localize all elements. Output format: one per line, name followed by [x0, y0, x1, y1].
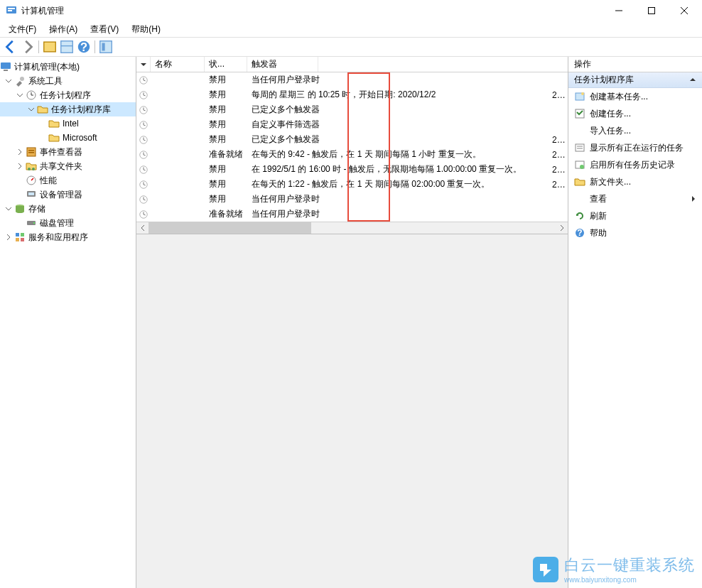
clock-icon: [136, 180, 151, 190]
tree-root[interactable]: 计算机管理(本地): [0, 60, 136, 74]
tree-intel[interactable]: Intel: [0, 116, 136, 131]
maximize-button[interactable]: [635, 0, 668, 21]
tree-microsoft[interactable]: Microsoft: [0, 131, 136, 145]
help-icon: ?: [574, 227, 585, 239]
tree-event-viewer[interactable]: 事件查看器: [0, 145, 136, 159]
folder-icon: [48, 118, 60, 129]
action-new-folder[interactable]: 新文件夹...: [568, 173, 702, 190]
folder-icon: [37, 104, 48, 115]
svg-point-66: [581, 92, 584, 95]
wizard-icon: [574, 91, 585, 102]
task-trigger: 在每天的 1:22 - 触发后，在 1 天 期间每隔 02:00:00 重复一次…: [247, 178, 548, 190]
action-help[interactable]: ? 帮助: [568, 224, 702, 241]
collapse-icon[interactable]: [3, 203, 14, 214]
svg-point-24: [32, 168, 35, 170]
svg-rect-31: [16, 233, 19, 236]
action-create-basic[interactable]: 创建基本任务...: [568, 88, 702, 105]
task-trigger: 在 1992/5/1 的 16:00 时 - 触发后，无限期地每隔 1.00:0…: [247, 163, 548, 175]
tree-disk-mgmt[interactable]: 磁盘管理: [0, 216, 136, 230]
column-status[interactable]: 状...: [205, 57, 247, 72]
task-row[interactable]: 禁用在每天的 1:22 - 触发后，在 1 天 期间每隔 02:00:00 重复…: [136, 177, 568, 192]
tools-icon: [14, 75, 26, 87]
navigation-tree[interactable]: 计算机管理(本地) 系统工具 任务计划程序 任务计划程序库 Intel Micr…: [0, 57, 136, 588]
task-list[interactable]: 禁用当任何用户登录时禁用每周的 星期三 的 10:25 时，开始日期: 2020…: [136, 72, 568, 222]
expand-icon[interactable]: [14, 146, 26, 158]
tree-services-apps[interactable]: 服务和应用程序: [0, 230, 136, 244]
toolbar-btn-3[interactable]: [98, 39, 114, 55]
section-label: 任务计划程序库: [574, 74, 634, 86]
computer-icon: [0, 61, 11, 72]
blank-icon: [574, 125, 585, 136]
task-row[interactable]: 禁用在 1992/5/1 的 16:00 时 - 触发后，无限期地每隔 1.00…: [136, 162, 568, 177]
back-button[interactable]: [3, 39, 18, 55]
task-trigger: 在每天的 9:42 - 触发后，在 1 天 期间每隔 1 小时 重复一次。: [247, 148, 548, 160]
tree-device-manager[interactable]: 设备管理器: [0, 187, 136, 202]
action-enable-history[interactable]: 启用所有任务历史记录: [568, 156, 702, 173]
action-import[interactable]: 导入任务...: [568, 122, 702, 139]
watermark-url: www.baiyunxitong.com: [564, 576, 695, 584]
action-refresh[interactable]: 刷新: [568, 207, 702, 224]
menu-file[interactable]: 文件(F): [3, 22, 42, 37]
action-view[interactable]: 查看: [568, 190, 702, 207]
toolbar-btn-2[interactable]: [59, 39, 75, 55]
tree-storage[interactable]: 存储: [0, 202, 136, 216]
task-row[interactable]: 禁用已定义多个触发器: [136, 102, 568, 117]
device-icon: [26, 189, 37, 200]
scroll-track[interactable]: [148, 222, 556, 234]
actions-section[interactable]: 任务计划程序库: [568, 72, 702, 88]
scroll-thumb[interactable]: [148, 222, 311, 234]
task-status: 准备就绪: [205, 148, 247, 160]
collapse-icon[interactable]: [26, 104, 37, 115]
minimize-button[interactable]: [603, 0, 635, 21]
collapse-icon[interactable]: [689, 75, 696, 85]
tree-system-tools[interactable]: 系统工具: [0, 74, 136, 88]
close-button[interactable]: [668, 0, 701, 21]
scroll-right-icon[interactable]: [556, 222, 568, 234]
tree-task-scheduler[interactable]: 任务计划程序: [0, 88, 136, 102]
action-create-task[interactable]: 创建任务...: [568, 105, 702, 122]
column-name[interactable]: 名称: [151, 57, 205, 72]
toolbar-btn-1[interactable]: [42, 39, 58, 55]
tree-shared-folders[interactable]: 共享文件夹: [0, 159, 136, 173]
menubar: 文件(F) 操作(A) 查看(V) 帮助(H): [0, 21, 702, 37]
forward-button[interactable]: [20, 39, 36, 55]
task-row[interactable]: 禁用当任何用户登录时: [136, 72, 568, 87]
tree-task-library[interactable]: 任务计划程序库: [0, 102, 136, 116]
detail-pane: [136, 234, 568, 588]
actions-header: 操作: [568, 57, 702, 72]
menu-action[interactable]: 操作(A): [43, 22, 83, 37]
task-row[interactable]: 准备就绪在每天的 9:42 - 触发后，在 1 天 期间每隔 1 小时 重复一次…: [136, 147, 568, 162]
titlebar: 计算机管理: [0, 0, 702, 21]
task-row[interactable]: 禁用已定义多个触发器202: [136, 132, 568, 147]
collapse-icon[interactable]: [3, 75, 14, 87]
menu-view[interactable]: 查看(V): [85, 22, 124, 37]
scroll-left-icon[interactable]: [136, 222, 148, 234]
svg-rect-14: [1, 62, 11, 69]
task-row[interactable]: 禁用自定义事件筛选器: [136, 117, 568, 132]
expand-icon[interactable]: [14, 160, 26, 172]
folder-icon: [574, 176, 585, 187]
sort-indicator[interactable]: [136, 57, 151, 72]
help-button[interactable]: ?: [76, 39, 92, 55]
task-status: 禁用: [205, 134, 247, 146]
collapse-icon[interactable]: [14, 89, 26, 101]
action-label: 创建基本任务...: [590, 91, 648, 103]
task-row[interactable]: 禁用每周的 星期三 的 10:25 时，开始日期: 2020/12/2202: [136, 87, 568, 102]
horizontal-scrollbar[interactable]: [136, 222, 568, 234]
window-title: 计算机管理: [21, 5, 603, 17]
expand-icon[interactable]: [3, 232, 14, 243]
action-show-running[interactable]: 显示所有正在运行的任务: [568, 139, 702, 156]
task-date: 202: [548, 165, 568, 175]
column-trigger[interactable]: 触发器: [247, 57, 318, 72]
column-spacer: [318, 57, 568, 72]
task-date: 202: [548, 135, 568, 145]
task-trigger: 自定义事件筛选器: [247, 119, 548, 131]
menu-help[interactable]: 帮助(H): [126, 22, 166, 37]
action-label: 帮助: [590, 227, 607, 239]
svg-rect-27: [28, 192, 34, 195]
task-row[interactable]: 禁用当任何用户登录时: [136, 192, 568, 207]
list-header: 名称 状... 触发器: [136, 57, 568, 72]
tree-performance[interactable]: 性能: [0, 173, 136, 187]
action-label: 创建任务...: [590, 108, 631, 120]
task-row[interactable]: 准备就绪当任何用户登录时: [136, 207, 568, 222]
